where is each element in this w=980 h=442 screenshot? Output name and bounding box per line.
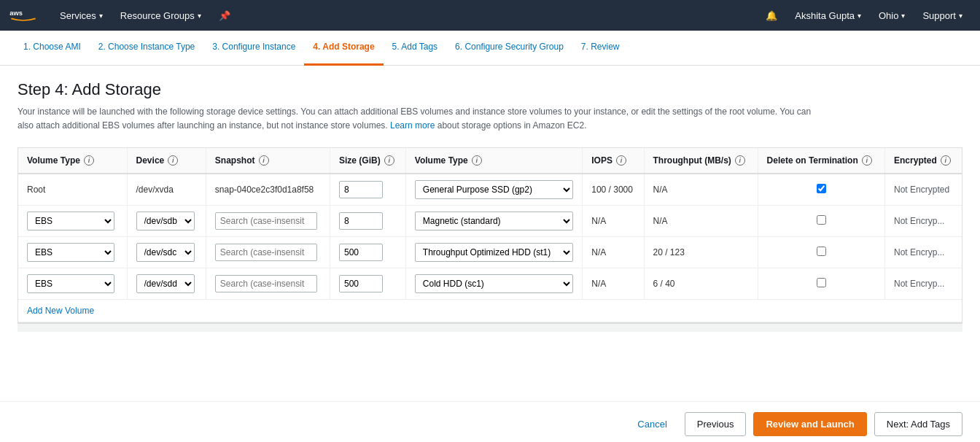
top-navigation: aws Services ▾ Resource Groups ▾ 📌 🔔 Aks… bbox=[0, 0, 980, 31]
row2-vol-type: Magnetic (standard) bbox=[405, 206, 582, 237]
row4-device: /dev/sdd bbox=[127, 268, 206, 300]
cancel-button[interactable]: Cancel bbox=[627, 412, 677, 436]
aws-logo: aws bbox=[9, 5, 45, 26]
row3-device-select[interactable]: /dev/sdc bbox=[136, 243, 195, 262]
review-launch-button[interactable]: Review and Launch bbox=[753, 412, 866, 436]
row2-encrypted: Not Encryp... bbox=[885, 206, 962, 237]
row2-size-input[interactable] bbox=[339, 212, 383, 230]
page-description: Your instance will be launched with the … bbox=[18, 105, 820, 133]
step-7[interactable]: 7. Review bbox=[572, 31, 629, 66]
row4-encrypted: Not Encryp... bbox=[885, 268, 962, 300]
row2-vol-type-select2[interactable]: Magnetic (standard) bbox=[415, 212, 573, 230]
step-2[interactable]: 2. Choose Instance Type bbox=[90, 31, 204, 66]
step-navigation: 1. Choose AMI 2. Choose Instance Type 3.… bbox=[0, 31, 980, 66]
row2-size bbox=[330, 206, 406, 237]
services-nav[interactable]: Services ▾ bbox=[51, 0, 112, 31]
row2-vol-type-select[interactable]: EBS bbox=[27, 212, 114, 230]
row3-delete-checkbox[interactable] bbox=[817, 247, 826, 256]
row2-iops: N/A bbox=[583, 206, 644, 237]
add-volume-row: Add New Volume bbox=[18, 300, 962, 322]
snapshot-info-icon[interactable]: i bbox=[259, 155, 269, 166]
footer-buttons: Cancel Previous Review and Launch Next: … bbox=[0, 401, 980, 442]
row4-vol-type-select2[interactable]: Cold HDD (sc1) bbox=[415, 274, 573, 293]
previous-button[interactable]: Previous bbox=[685, 412, 747, 436]
learn-more-link[interactable]: Learn more bbox=[390, 120, 435, 131]
row1-volume-type: Root bbox=[18, 174, 127, 206]
services-label: Services bbox=[60, 10, 96, 21]
row3-vol-type: Throughput Optimized HDD (st1) bbox=[405, 237, 582, 268]
row1-size-input[interactable] bbox=[339, 181, 383, 198]
row1-vol-type-select[interactable]: General Purpose SSD (gp2) bbox=[415, 180, 573, 199]
page-title: Step 4: Add Storage bbox=[18, 80, 962, 99]
row3-snapshot bbox=[206, 237, 330, 268]
row3-delete-cell bbox=[758, 237, 884, 268]
bell-icon: 🔔 bbox=[766, 10, 777, 21]
row2-volume-type: EBS bbox=[18, 206, 127, 237]
next-button[interactable]: Next: Add Tags bbox=[874, 412, 962, 436]
delete-info-icon[interactable]: i bbox=[862, 155, 872, 166]
row4-snapshot-input[interactable] bbox=[215, 275, 317, 292]
storage-table: Volume Type i Device i S bbox=[18, 148, 962, 322]
row1-throughput: N/A bbox=[644, 174, 758, 206]
row1-delete-cell bbox=[758, 174, 884, 206]
row4-size-input[interactable] bbox=[339, 275, 383, 292]
resource-groups-nav[interactable]: Resource Groups ▾ bbox=[112, 0, 210, 31]
support-menu[interactable]: Support ▾ bbox=[914, 0, 971, 31]
row4-device-select[interactable]: /dev/sdd bbox=[136, 274, 195, 293]
support-chevron: ▾ bbox=[959, 12, 962, 20]
step-1[interactable]: 1. Choose AMI bbox=[15, 31, 90, 66]
step-5[interactable]: 5. Add Tags bbox=[384, 31, 447, 66]
row2-device-select[interactable]: /dev/sdb bbox=[136, 212, 195, 230]
pin-nav[interactable]: 📌 bbox=[210, 0, 239, 31]
row4-throughput: 6 / 40 bbox=[644, 268, 758, 300]
row3-snapshot-input[interactable] bbox=[215, 244, 317, 261]
row4-volume-type: EBS bbox=[18, 268, 127, 300]
user-label: Akshita Gupta bbox=[795, 10, 855, 21]
row1-delete-checkbox[interactable] bbox=[817, 184, 826, 193]
table-row: EBS /dev/sdd bbox=[18, 268, 962, 300]
row2-throughput: N/A bbox=[644, 206, 758, 237]
row3-size-input[interactable] bbox=[339, 244, 383, 261]
row3-vol-type-select[interactable]: EBS bbox=[27, 243, 114, 262]
row1-device: /dev/xvda bbox=[127, 174, 206, 206]
size-info-icon[interactable]: i bbox=[384, 155, 394, 166]
th-volume-type: Volume Type i bbox=[18, 148, 127, 174]
table-row: EBS /dev/sdc bbox=[18, 237, 962, 268]
table-row: Root /dev/xvda snap-040ce2c3f0d1a8f58 Ge… bbox=[18, 174, 962, 206]
volume-type-info-icon[interactable]: i bbox=[84, 155, 94, 166]
notifications-bell[interactable]: 🔔 bbox=[757, 0, 786, 31]
user-menu[interactable]: Akshita Gupta ▾ bbox=[786, 0, 870, 31]
step-6[interactable]: 6. Configure Security Group bbox=[446, 31, 572, 66]
row4-delete-cell bbox=[758, 268, 884, 300]
row1-snapshot: snap-040ce2c3f0d1a8f58 bbox=[206, 174, 330, 206]
table-header-row: Volume Type i Device i S bbox=[18, 148, 962, 174]
row4-delete-checkbox[interactable] bbox=[817, 278, 826, 287]
encrypted-info-icon[interactable]: i bbox=[941, 155, 951, 166]
vol-type-info-icon[interactable]: i bbox=[472, 155, 482, 166]
row1-vol-type: General Purpose SSD (gp2) bbox=[405, 174, 582, 206]
horizontal-scrollbar[interactable] bbox=[18, 323, 962, 332]
step-4[interactable]: 4. Add Storage bbox=[304, 31, 383, 66]
throughput-info-icon[interactable]: i bbox=[735, 155, 745, 166]
step-1-label: 1. Choose AMI bbox=[23, 42, 81, 52]
row4-snapshot bbox=[206, 268, 330, 300]
main-content: Step 4: Add Storage Your instance will b… bbox=[0, 66, 980, 401]
row4-iops: N/A bbox=[583, 268, 644, 300]
row1-encrypted: Not Encrypted bbox=[885, 174, 962, 206]
page-desc-text2: about storage options in Amazon EC2. bbox=[438, 120, 587, 131]
step-6-label: 6. Configure Security Group bbox=[455, 42, 564, 52]
row4-vol-type-select[interactable]: EBS bbox=[27, 274, 114, 293]
step-3[interactable]: 3. Configure Instance bbox=[203, 31, 304, 66]
row3-throughput: 20 / 123 bbox=[644, 237, 758, 268]
resource-groups-label: Resource Groups bbox=[120, 10, 195, 21]
row3-vol-type-select2[interactable]: Throughput Optimized HDD (st1) bbox=[415, 243, 573, 262]
add-new-volume-link[interactable]: Add New Volume bbox=[27, 306, 94, 316]
row2-delete-checkbox[interactable] bbox=[817, 215, 826, 225]
row2-delete-cell bbox=[758, 206, 884, 237]
region-menu[interactable]: Ohio ▾ bbox=[870, 0, 914, 31]
device-info-icon[interactable]: i bbox=[168, 155, 178, 166]
region-label: Ohio bbox=[879, 10, 898, 21]
row3-volume-type: EBS bbox=[18, 237, 127, 268]
row2-snapshot-input[interactable] bbox=[215, 212, 317, 230]
iops-info-icon[interactable]: i bbox=[616, 155, 626, 166]
